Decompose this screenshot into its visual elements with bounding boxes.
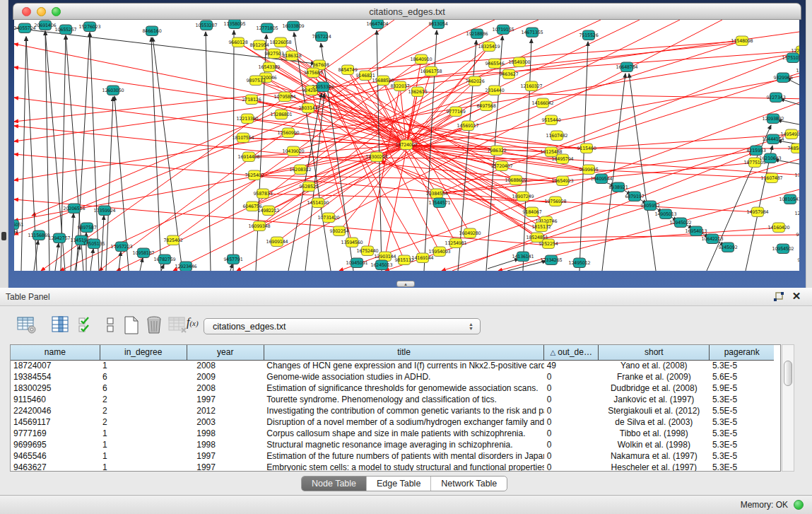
- graph-node[interactable]: 1362615: [408, 87, 427, 97]
- graph-node[interactable]: 16647404: [367, 20, 389, 29]
- table-settings-icon[interactable]: [17, 316, 37, 334]
- graph-node[interactable]: 15751074: [782, 53, 799, 63]
- graph-node[interactable]: 6879197: [625, 192, 644, 201]
- graph-node[interactable]: 12213380: [237, 114, 259, 124]
- graph-node[interactable]: 11548098: [731, 36, 753, 46]
- graph-node[interactable]: 10945091: [346, 258, 368, 268]
- graph-node[interactable]: 16245013: [371, 260, 393, 270]
- panel-resize-handle[interactable]: ▴: [396, 281, 415, 287]
- graph-node[interactable]: 16961758: [420, 66, 442, 76]
- graph-node[interactable]: 14569117: [457, 121, 479, 131]
- graph-node[interactable]: 7857224: [312, 32, 331, 42]
- graph-node[interactable]: 8454749: [338, 65, 357, 75]
- column-header-year[interactable]: year: [187, 345, 264, 360]
- column-header-pagerank[interactable]: pagerank: [710, 345, 774, 360]
- graph-node[interactable]: 10810543: [779, 194, 799, 204]
- graph-node[interactable]: 10731420: [318, 213, 340, 223]
- graph-node[interactable]: 16049280: [459, 228, 481, 238]
- graph-node[interactable]: 13544571: [429, 198, 451, 208]
- graph-node[interactable]: 18549300: [509, 57, 531, 67]
- graph-node[interactable]: 12903144: [375, 252, 396, 262]
- graph-node[interactable]: 16909144: [266, 237, 288, 247]
- graph-node[interactable]: 10954502: [772, 244, 794, 254]
- graph-node[interactable]: 19756928: [545, 197, 567, 206]
- graph-node[interactable]: 14957984: [747, 207, 769, 217]
- column-header-short[interactable]: short: [599, 345, 710, 360]
- show-column-icon[interactable]: [51, 316, 71, 334]
- graph-node[interactable]: 9245013: [797, 255, 799, 265]
- tab-edge-table[interactable]: Edge Table: [367, 477, 431, 491]
- close-panel-icon[interactable]: ✕: [791, 291, 802, 302]
- graph-node[interactable]: 9115460: [577, 144, 596, 153]
- graph-node[interactable]: 13216032: [795, 170, 799, 180]
- graph-node[interactable]: 9660128: [228, 37, 247, 47]
- graph-node[interactable]: 8215953: [746, 146, 765, 156]
- tab-network-table[interactable]: Network Table: [431, 477, 507, 491]
- graph-node[interactable]: 15276023: [79, 22, 101, 32]
- graph-node[interactable]: 8186328: [282, 51, 301, 61]
- graph-node[interactable]: 12923446: [175, 262, 197, 271]
- graph-node[interactable]: 15720407: [491, 161, 513, 171]
- graph-node[interactable]: 12942757: [49, 233, 71, 243]
- delete-table-icon[interactable]: [144, 316, 164, 334]
- graph-node[interactable]: 18226058: [270, 37, 292, 47]
- table-row[interactable]: 1830029562008Estimation of significance …: [11, 382, 774, 394]
- graph-node[interactable]: 16914408: [238, 152, 260, 162]
- column-header-in_degree[interactable]: in_degree: [100, 345, 187, 360]
- graph-node[interactable]: 7515526: [579, 30, 598, 40]
- graph-node[interactable]: 14905013: [655, 209, 677, 219]
- network-frame-titlebar[interactable]: citations_edges.txt: [13, 3, 801, 20]
- table-row[interactable]: 977716911998Corpus callosum shape and si…: [11, 428, 774, 439]
- graph-node[interactable]: 8813054: [428, 20, 447, 29]
- row-height-icon[interactable]: [105, 316, 116, 334]
- graph-node[interactable]: 12603050: [102, 86, 124, 95]
- graph-node[interactable]: 20206516: [64, 204, 86, 214]
- table-row[interactable]: 1456911722003Disruption of a novel membe…: [11, 416, 774, 428]
- graph-node[interactable]: 24055724: [14, 23, 36, 33]
- graph-node[interactable]: 19384554: [426, 189, 448, 199]
- graph-node[interactable]: 9463627: [499, 69, 518, 79]
- table-row[interactable]: 946362711997Embryonic stem cells: a mode…: [11, 462, 774, 472]
- graph-node[interactable]: 13286801: [271, 110, 293, 119]
- graph-node[interactable]: 12771805: [257, 23, 278, 33]
- graph-node[interactable]: 9184067: [522, 207, 541, 217]
- graph-node[interactable]: 14514190: [307, 198, 329, 208]
- column-header-name[interactable]: name: [11, 345, 100, 360]
- table-row[interactable]: 969969511998Structural magnetic resonanc…: [11, 439, 774, 450]
- new-table-icon[interactable]: [122, 316, 141, 334]
- scrollbar-thumb[interactable]: [784, 361, 792, 386]
- graph-node[interactable]: 17957223: [111, 242, 133, 252]
- graph-node[interactable]: 18107554: [233, 133, 254, 143]
- graph-node[interactable]: 8466160: [142, 26, 161, 36]
- table-row[interactable]: 911546021997Tourette syndrome. Phenomeno…: [11, 394, 774, 405]
- graph-node[interactable]: 9245092: [718, 243, 737, 252]
- network-view-canvas[interactable]: 1872400796601288912954182260589827503818…: [14, 20, 799, 271]
- table-row[interactable]: 946554611997Estimation of the future num…: [11, 450, 774, 462]
- graph-node[interactable]: 14169144: [412, 253, 434, 263]
- graph-node[interactable]: 9827503: [264, 49, 283, 59]
- column-header-title[interactable]: title: [264, 345, 543, 360]
- tab-node-table[interactable]: Node Table: [302, 477, 367, 491]
- graph-node[interactable]: 10719155: [493, 25, 514, 35]
- graph-node[interactable]: 7625402: [245, 170, 264, 180]
- graph-node[interactable]: 9587833: [253, 189, 272, 199]
- graph-node[interactable]: 10642213: [702, 234, 724, 244]
- float-panel-icon[interactable]: [773, 292, 784, 302]
- graph-node[interactable]: 17334265: [541, 255, 563, 265]
- graph-node[interactable]: 9465546: [485, 59, 504, 69]
- graph-node[interactable]: 11156869: [28, 230, 50, 240]
- column-header-out_de[interactable]: △out_de…: [544, 345, 599, 360]
- graph-node[interactable]: 9302254: [329, 226, 348, 236]
- graph-node[interactable]: 18640910: [411, 54, 433, 64]
- graph-node[interactable]: 7485083: [787, 144, 799, 153]
- graph-node[interactable]: 16208312: [290, 165, 312, 175]
- graph-node[interactable]: 9391594: [14, 227, 18, 237]
- graph-node[interactable]: 12495012: [569, 258, 591, 268]
- graph-node[interactable]: 9528520: [299, 182, 318, 192]
- graph-node[interactable]: 9329966: [773, 73, 792, 83]
- graph-node[interactable]: 10688609: [505, 175, 527, 185]
- graph-node[interactable]: 18495794: [552, 154, 574, 164]
- graph-node[interactable]: 9699695: [579, 165, 598, 175]
- graph-node[interactable]: 9252254: [539, 239, 558, 249]
- graph-node[interactable]: 10553287: [196, 21, 218, 30]
